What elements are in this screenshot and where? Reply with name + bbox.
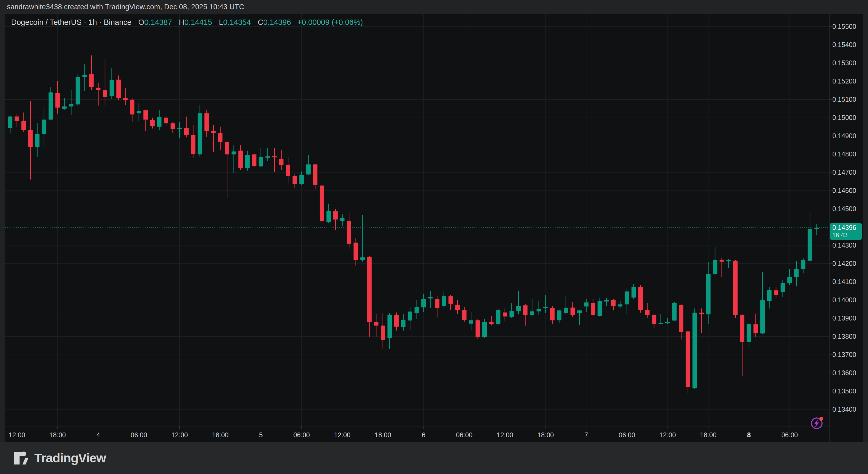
candle-body <box>388 315 392 338</box>
time-tick-mark <box>789 426 790 429</box>
time-axis-label: 06:00 <box>619 431 635 439</box>
candle-body <box>110 80 114 96</box>
candle-body <box>327 211 331 222</box>
candle-body <box>340 218 344 221</box>
candle-body <box>401 320 405 327</box>
candle-body <box>238 151 243 168</box>
candle-body <box>503 313 507 317</box>
time-axis-label: 06:00 <box>131 431 147 439</box>
price-axis-label: 0.13500 <box>832 387 856 395</box>
candle-body <box>360 257 365 260</box>
candle-body <box>62 107 67 109</box>
candle-body <box>69 104 73 107</box>
price-axis-label: 0.13700 <box>832 351 856 359</box>
candle-body <box>49 92 53 120</box>
time-axis-label: 18:00 <box>375 431 391 439</box>
candle-body <box>293 176 297 184</box>
price-axis-label: 0.13400 <box>832 406 856 413</box>
price-tick-mark <box>830 391 832 391</box>
candle-body <box>516 306 521 311</box>
candle-body <box>665 322 670 323</box>
candle-body <box>564 308 568 313</box>
candle-body <box>652 315 656 324</box>
candle-body <box>747 324 751 342</box>
price-axis-label: 0.13600 <box>832 369 856 377</box>
time-axis-label: 5 <box>259 431 263 439</box>
alert-lightning-button[interactable] <box>806 411 827 433</box>
candle-body <box>42 120 46 134</box>
time-axis[interactable]: 12:0018:00406:0012:0018:00506:0012:0018:… <box>5 426 830 442</box>
candle-body <box>530 311 534 315</box>
candle-body <box>28 130 33 147</box>
time-tick-mark <box>749 426 749 429</box>
candle-body <box>15 117 19 121</box>
time-axis-label: 12:00 <box>659 431 676 439</box>
candle-body <box>279 159 283 165</box>
candle-body <box>767 290 772 301</box>
candle-body <box>462 310 466 320</box>
high-value: 0.14415 <box>184 18 212 26</box>
candle-body <box>557 310 561 320</box>
price-axis-label: 0.15400 <box>832 41 856 49</box>
candle-body <box>428 297 433 299</box>
symbol-legend[interactable]: Dogecoin / TetherUS · 1h · BinanceO0.143… <box>11 18 363 27</box>
symbol-title[interactable]: Dogecoin / TetherUS · 1h · Binance <box>11 18 131 26</box>
candle-body <box>164 118 168 123</box>
candle-body <box>536 309 541 312</box>
price-axis-label: 0.13900 <box>832 315 856 322</box>
attribution-bar: sandrawhite3438 created with TradingView… <box>0 0 868 14</box>
candle-body <box>584 302 589 306</box>
tradingview-logo[interactable]: TradingView <box>14 451 106 465</box>
candle-body <box>245 155 250 168</box>
price-tick-mark <box>830 354 832 355</box>
attribution-text: sandrawhite3438 created with TradingView… <box>7 3 244 11</box>
candle-body <box>408 312 412 321</box>
candle-body <box>482 322 487 337</box>
price-axis-label: 0.14200 <box>832 260 856 267</box>
candle-body <box>103 90 107 97</box>
candle-body <box>733 261 738 315</box>
price-axis-label: 0.15300 <box>832 59 856 67</box>
candle-body <box>55 93 60 108</box>
time-tick-mark <box>57 426 58 429</box>
candlestick-chart[interactable] <box>5 14 830 426</box>
candle-body <box>679 305 683 332</box>
candle-body <box>205 113 209 131</box>
candle-body <box>625 291 629 304</box>
time-axis-label: 06:00 <box>456 431 472 439</box>
open-label: O <box>138 18 145 26</box>
candle-body <box>448 296 453 303</box>
time-tick-mark <box>220 426 220 429</box>
lightning-bolt-icon <box>814 420 819 427</box>
candle-body <box>801 260 805 269</box>
candle-body <box>787 277 792 283</box>
candle-body <box>719 260 724 262</box>
candle-body <box>123 98 128 100</box>
candle-body <box>686 331 690 387</box>
candle-body <box>232 151 236 154</box>
change-value: +0.00009 (+0.06%) <box>298 18 363 26</box>
candle-body <box>197 113 202 154</box>
chart-shell: Dogecoin / TetherUS · 1h · BinanceO0.143… <box>5 14 863 442</box>
notification-dot-icon <box>819 417 824 421</box>
candle-body <box>421 299 426 307</box>
footer-bar: TradingView <box>0 442 868 474</box>
candle-body <box>774 290 778 295</box>
price-tick-mark <box>830 318 832 318</box>
price-tick-mark <box>830 282 832 282</box>
time-axis-label: 18:00 <box>700 431 717 439</box>
candle-body <box>611 300 616 306</box>
candle-body <box>726 260 731 261</box>
candle-body <box>509 311 514 317</box>
candle-body <box>638 287 643 310</box>
tradingview-logo-icon <box>14 451 29 465</box>
candle-body <box>252 154 256 166</box>
candle-body <box>272 156 277 157</box>
candle-body <box>394 315 399 327</box>
time-axis-label: 12:00 <box>172 431 188 439</box>
price-axis-label: 0.15200 <box>832 78 856 85</box>
candle-body <box>333 211 338 219</box>
time-axis-label: 4 <box>96 431 100 439</box>
candle-body <box>808 229 812 261</box>
price-axis-label: 0.14300 <box>832 241 856 249</box>
